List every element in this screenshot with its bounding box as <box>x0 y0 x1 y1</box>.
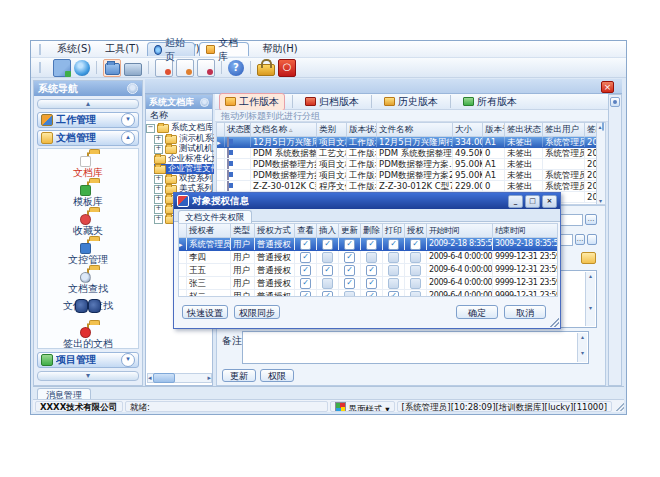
perm-delete-checkbox[interactable] <box>366 291 377 297</box>
sidebar-item-folder-search[interactable]: 文件夹查找 <box>38 297 138 313</box>
pin-icon[interactable] <box>200 98 209 107</box>
col-file-name[interactable]: 文件名称 <box>377 123 453 136</box>
perm-update-checkbox[interactable] <box>344 252 355 263</box>
menu-system[interactable]: 系统(S) <box>50 41 98 57</box>
perm-view-checkbox[interactable] <box>300 265 311 276</box>
col-end-time[interactable]: 结束时间 <box>493 224 558 237</box>
globe-icon[interactable] <box>74 60 90 76</box>
scroll-left-icon[interactable]: ◂ <box>148 374 152 382</box>
perm-grant-checkbox[interactable] <box>410 265 421 276</box>
perm-grant-checkbox[interactable] <box>410 252 421 263</box>
col-grant[interactable]: 授权 <box>405 224 427 237</box>
menu-help[interactable]: 帮助(H) <box>255 41 304 57</box>
ok-button[interactable]: 确定 <box>456 305 498 319</box>
workspace-icon[interactable] <box>53 59 71 77</box>
resize-grip[interactable] <box>549 317 559 327</box>
scroll-down-icon[interactable]: ▾ <box>599 197 602 204</box>
sidebar-group-doc[interactable]: 文档管理 ▴ <box>37 130 139 146</box>
permission-row[interactable]: 张三 用户 普通授权 2009-6-4 0:00:00 9999-12-31 2… <box>179 277 557 290</box>
table-row[interactable]: PDM数据整理方案.doc 项目文档 工作版本 PDM数据整理方案.doc 95… <box>217 159 596 170</box>
sidebar-group-project[interactable]: 项目管理 ▾ <box>37 352 139 368</box>
all-versions-button[interactable]: 所有版本 <box>458 94 522 110</box>
perm-print-checkbox[interactable] <box>388 265 399 276</box>
perm-delete-checkbox[interactable] <box>366 278 377 289</box>
perm-update-checkbox[interactable] <box>344 291 355 297</box>
col-grantee[interactable]: 授权者 <box>187 224 231 237</box>
collapse-icon[interactable]: − <box>146 124 155 133</box>
perm-update-checkbox[interactable] <box>344 239 355 250</box>
chevron-down-icon[interactable]: ▾ <box>121 353 135 367</box>
ellipsis-button[interactable]: … <box>575 234 585 245</box>
perm-print-checkbox[interactable] <box>388 252 399 263</box>
sidebar-group-work[interactable]: 工作管理 ▾ <box>37 112 139 128</box>
expand-icon[interactable]: + <box>154 205 163 214</box>
col-size[interactable]: 大小 <box>453 123 483 136</box>
perm-grant-checkbox[interactable] <box>410 239 421 250</box>
sidebar-item-template-library[interactable]: 模板库 <box>38 182 138 209</box>
perm-print-checkbox[interactable] <box>388 278 399 289</box>
tab-doc-library[interactable]: 文档库 <box>199 42 249 56</box>
col-checkout-state[interactable]: 签出状态 <box>505 123 543 136</box>
table-row[interactable]: 12月5日万兴隆周行... 项目文档 工作版本 12月5日万兴隆周行... 33… <box>217 137 596 148</box>
col-insert[interactable]: 插入 <box>317 224 339 237</box>
permission-row[interactable]: 系统管理员 用户 普通授权 2009-2-18 8:35:57 3009-2-1… <box>179 238 557 251</box>
history-version-button[interactable]: 历史版本 <box>379 94 443 110</box>
perm-insert-checkbox[interactable] <box>322 291 333 297</box>
small-button[interactable] <box>587 234 597 245</box>
close-icon[interactable]: × <box>542 195 557 208</box>
col-checkout-time[interactable]: 签出时间 <box>585 123 596 136</box>
chevron-up-icon[interactable]: ▴ <box>121 131 135 145</box>
col-doc-name[interactable]: 文档名称 <box>251 123 317 136</box>
col-start-time[interactable]: 开始时间 <box>427 224 493 237</box>
tree-root-node[interactable]: −系统文档库 <box>146 123 212 133</box>
sidebar-item-doc-control[interactable]: 文控管理 <box>38 240 138 267</box>
sidebar-item-checked-out-docs[interactable]: 签出的文档 <box>38 324 138 351</box>
perm-view-checkbox[interactable] <box>300 252 311 263</box>
col-print[interactable]: 打印 <box>383 224 405 237</box>
expand-icon[interactable]: + <box>154 145 163 154</box>
col-status-icon[interactable]: 状态图 <box>225 123 251 136</box>
permission-button[interactable]: 权限 <box>260 369 294 382</box>
close-tab-icon[interactable] <box>601 81 614 93</box>
sidebar-item-favorites[interactable]: 收藏夹 <box>38 211 138 238</box>
permission-row[interactable]: 李四 用户 普通授权 2009-6-4 0:00:00 9999-12-31 2… <box>179 251 557 264</box>
archive-version-button[interactable]: 归档版本 <box>300 94 364 110</box>
col-version-state[interactable]: 版本状态 <box>347 123 377 136</box>
perm-print-checkbox[interactable] <box>388 291 399 297</box>
col-version[interactable]: 版本号 <box>483 123 505 136</box>
ellipsis-button[interactable]: … <box>585 214 597 225</box>
group-by-bar[interactable]: 拖动列标题到此进行分组 <box>215 110 622 122</box>
vertical-scrollbar[interactable]: ▴▾ <box>577 333 587 362</box>
resize-grip[interactable] <box>614 401 624 411</box>
expand-icon[interactable]: + <box>154 175 163 184</box>
dialog-title-bar[interactable]: 对象授权信息 _ □ × <box>174 193 560 209</box>
expand-icon[interactable]: + <box>154 185 163 194</box>
col-type[interactable]: 类型 <box>231 224 255 237</box>
tree-column-header[interactable]: 名称 <box>146 109 212 121</box>
permission-row[interactable]: 王五 用户 普通授权 2009-6-4 0:00:00 9999-12-31 2… <box>179 264 557 277</box>
vertical-scrollbar[interactable]: ▴▾ <box>596 122 606 205</box>
expand-icon[interactable]: + <box>154 195 163 204</box>
sidebar-more-button[interactable]: ▾ <box>37 371 139 381</box>
remark-textarea[interactable]: ▴▾ <box>242 331 589 364</box>
work-version-button[interactable]: 工作版本 <box>219 93 285 111</box>
update-button[interactable]: 更新 <box>222 369 256 382</box>
lock-icon[interactable] <box>257 64 275 76</box>
expand-icon[interactable]: + <box>154 215 163 224</box>
permission-sync-button[interactable]: 权限同步 <box>234 305 280 319</box>
col-update[interactable]: 更新 <box>339 224 361 237</box>
col-view[interactable]: 查看 <box>295 224 317 237</box>
open-folder-button[interactable] <box>581 252 596 264</box>
col-mode[interactable]: 授权方式 <box>255 224 295 237</box>
perm-update-checkbox[interactable] <box>344 265 355 276</box>
quick-settings-button[interactable]: 快速设置 <box>182 305 228 319</box>
col-checkout-user[interactable]: 签出用户 <box>543 123 585 136</box>
col-delete[interactable]: 删除 <box>361 224 383 237</box>
minimize-icon[interactable]: _ <box>508 195 523 208</box>
perm-grant-checkbox[interactable] <box>410 291 421 297</box>
perm-view-checkbox[interactable] <box>300 291 311 297</box>
perm-delete-checkbox[interactable] <box>366 265 377 276</box>
pin-panel-button[interactable] <box>610 97 620 107</box>
maximize-icon[interactable]: □ <box>525 195 540 208</box>
perm-view-checkbox[interactable] <box>300 278 311 289</box>
